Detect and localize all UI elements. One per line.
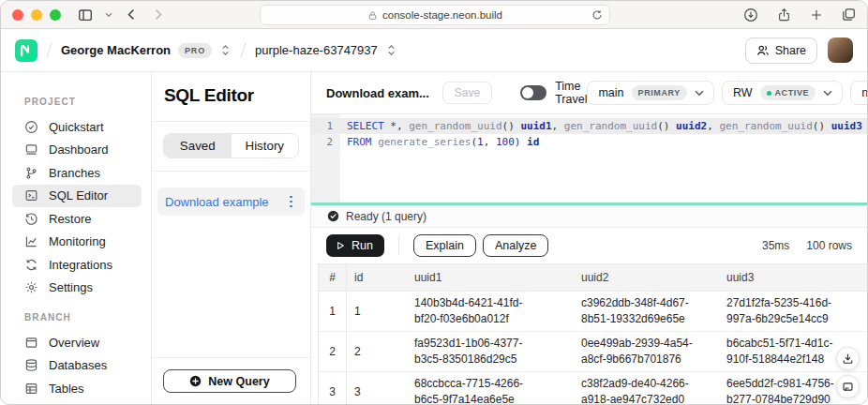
column-header-num[interactable]: # xyxy=(319,264,347,291)
sidebar-item-roles[interactable]: Roles xyxy=(12,400,142,405)
sidebar-item-sql-editor[interactable]: SQL Editor xyxy=(12,185,142,208)
active-badge: ACTIVE xyxy=(760,85,816,100)
line-number: 2 xyxy=(311,134,340,150)
status-text: Ready (1 query) xyxy=(346,210,427,223)
chevron-down-icon xyxy=(823,90,832,97)
database-icon xyxy=(24,358,38,372)
sidebar-item-monitoring[interactable]: Monitoring xyxy=(12,231,142,254)
sidebar-item-tables[interactable]: Tables xyxy=(12,377,142,400)
code-line[interactable]: 2FROM generate_series(1, 100) id xyxy=(311,134,867,150)
share-icon[interactable] xyxy=(777,8,791,22)
url-field[interactable]: console-stage.neon.build xyxy=(260,5,610,25)
compute-select[interactable]: RW ACTIVE xyxy=(722,81,843,105)
saved-query-label: Download example xyxy=(165,195,269,209)
primary-badge: PRIMARY xyxy=(632,85,687,100)
org-plan-badge: PRO xyxy=(178,43,212,58)
minimize-window-button[interactable] xyxy=(31,9,42,21)
chevron-down-icon xyxy=(695,90,704,97)
column-header-uuid3[interactable]: uuid3 xyxy=(719,264,867,291)
column-header-uuid2[interactable]: uuid2 xyxy=(574,264,719,291)
sidebar-item-branches[interactable]: Branches xyxy=(12,161,142,185)
table-row[interactable]: 1 1 140b3b4d-6421-41fd- bf20-f03e6b0a012… xyxy=(319,292,867,332)
forward-button[interactable] xyxy=(151,8,165,22)
table-row[interactable]: 2 2 fa9523d1-1b06-4377- b3c5-8350186d29c… xyxy=(319,332,867,372)
sidebar-toggle-icon[interactable] xyxy=(78,8,93,22)
neon-logo-icon[interactable] xyxy=(15,39,37,62)
download-icon xyxy=(842,352,854,365)
table-row[interactable]: 3 3 68ccbcca-7715-4266- b6c5-9f7a14ea6e5… xyxy=(319,372,867,405)
branch-select[interactable]: main PRIMARY xyxy=(587,81,713,105)
new-tab-icon[interactable] xyxy=(810,8,823,22)
result-row-count: 100 rows xyxy=(806,239,852,252)
chevron-down-icon[interactable] xyxy=(105,12,112,18)
results-table: # id uuid1 uuid2 uuid3 1 1 140b3b4d-6421… xyxy=(318,263,867,405)
download-results-button[interactable] xyxy=(836,347,860,370)
sidebar-item-dashboard[interactable]: Dashboard xyxy=(12,139,142,162)
save-button[interactable]: Save xyxy=(442,82,492,104)
lock-icon xyxy=(367,10,378,21)
sidebar-item-restore[interactable]: Restore xyxy=(12,207,142,231)
code-line-text: FROM generate_series(1, 100) id xyxy=(340,134,539,150)
table-icon xyxy=(24,382,38,396)
divider xyxy=(398,236,399,255)
project-menu[interactable]: purple-haze-63747937 xyxy=(255,43,397,57)
project-name: purple-haze-63747937 xyxy=(255,43,378,57)
avatar[interactable] xyxy=(828,38,853,63)
share-button-label: Share xyxy=(775,44,806,57)
git-branch-icon xyxy=(24,166,38,180)
panel-title: SQL Editor xyxy=(164,85,310,106)
traffic-lights xyxy=(12,9,61,21)
tab-history[interactable]: History xyxy=(232,134,299,158)
back-button[interactable] xyxy=(125,8,139,22)
browser-chrome: console-stage.neon.build xyxy=(1,1,867,29)
sidebar-section-branch: BRANCH xyxy=(24,312,151,322)
new-query-button[interactable]: New Query xyxy=(163,369,296,393)
analyze-button[interactable]: Analyze xyxy=(483,234,548,257)
code-line-text: SELECT *, gen_random_uuid() uuid1, gen_r… xyxy=(340,118,862,134)
sidebar-item-settings[interactable]: Settings xyxy=(12,277,142,300)
sql-code-editor[interactable]: 1SELECT *, gen_random_uuid() uuid1, gen_… xyxy=(311,114,867,202)
check-circle-icon xyxy=(24,120,38,134)
sql-editor-icon xyxy=(24,188,38,202)
explain-button[interactable]: Explain xyxy=(413,234,476,257)
zoom-window-button[interactable] xyxy=(50,9,61,21)
org-menu[interactable]: George MacKerron PRO xyxy=(61,43,232,58)
chart-icon xyxy=(24,234,38,248)
sidebar-item-overview[interactable]: Overview xyxy=(12,331,142,354)
downloads-icon[interactable] xyxy=(743,8,758,22)
query-actions: Run Explain Analyze 35ms 100 rows xyxy=(311,228,867,263)
line-number: 1 xyxy=(311,118,340,134)
selector-icon xyxy=(219,43,232,57)
expand-icon xyxy=(842,381,854,393)
sidebar-item-integrations[interactable]: Integrations xyxy=(12,253,142,277)
reload-icon[interactable] xyxy=(591,9,603,21)
org-name: George MacKerron xyxy=(61,43,171,57)
people-icon xyxy=(756,44,770,57)
expand-results-button[interactable] xyxy=(836,375,860,398)
sidebar-item-quickstart[interactable]: Quickstart xyxy=(12,115,142,139)
share-button[interactable]: Share xyxy=(745,38,817,64)
saved-query-item[interactable]: Download example xyxy=(157,188,305,216)
sidebar-section-project: PROJECT xyxy=(24,97,151,107)
time-travel-toggle[interactable] xyxy=(520,85,546,100)
divider xyxy=(152,171,310,172)
breadcrumb-separator xyxy=(46,42,52,57)
run-button[interactable]: Run xyxy=(326,234,384,257)
code-lines: 1SELECT *, gen_random_uuid() uuid1, gen_… xyxy=(311,114,867,150)
tab-overview-icon[interactable] xyxy=(842,8,856,22)
window-icon xyxy=(24,336,38,350)
results-header-row: # id uuid1 uuid2 uuid3 xyxy=(319,264,867,292)
breadcrumb-separator xyxy=(240,42,246,57)
database-select[interactable]: neondb xyxy=(850,81,868,105)
column-header-id[interactable]: id xyxy=(347,264,407,291)
tab-saved[interactable]: Saved xyxy=(164,134,232,158)
sidebar: PROJECT Quickstart Dashboard Branches SQ… xyxy=(1,72,152,405)
column-header-uuid1[interactable]: uuid1 xyxy=(407,264,574,291)
code-line[interactable]: 1SELECT *, gen_random_uuid() uuid1, gen_… xyxy=(311,118,867,134)
sync-icon xyxy=(24,258,38,272)
sidebar-item-databases[interactable]: Databases xyxy=(12,354,142,378)
close-window-button[interactable] xyxy=(12,9,23,21)
time-travel-label: Time Travel xyxy=(555,80,587,106)
active-dot-icon xyxy=(767,91,771,96)
kebab-menu-icon[interactable] xyxy=(286,192,296,212)
